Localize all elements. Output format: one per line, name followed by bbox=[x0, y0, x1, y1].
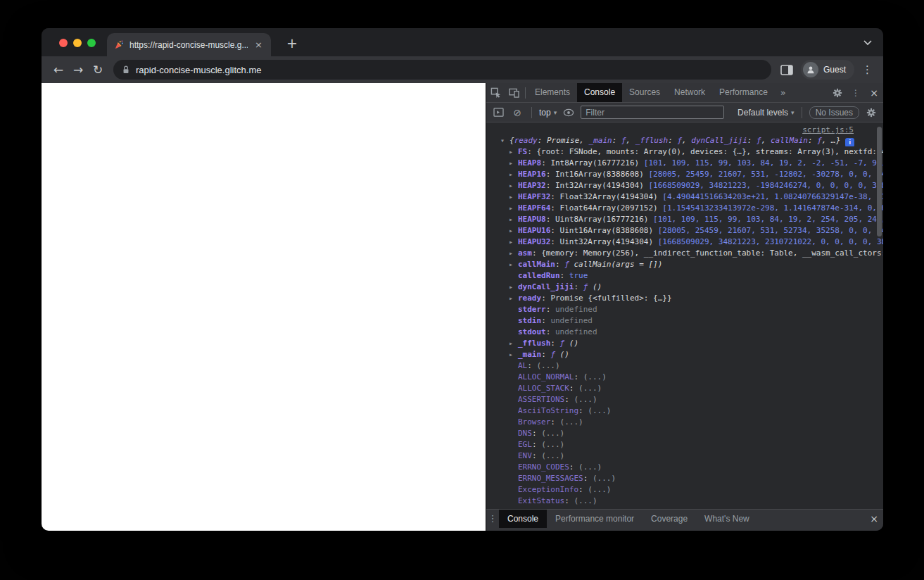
console-settings-icon[interactable] bbox=[864, 106, 878, 120]
expand-caret-icon[interactable]: ▸ bbox=[509, 259, 518, 270]
getter-invoke[interactable]: (...) bbox=[574, 395, 597, 404]
console-scrollbar-thumb[interactable] bbox=[877, 127, 882, 237]
minimize-window-button[interactable] bbox=[73, 39, 82, 47]
getter-invoke[interactable]: (...) bbox=[578, 462, 602, 472]
expand-caret-icon[interactable]: ▸ bbox=[509, 282, 518, 293]
getter-invoke[interactable]: (...) bbox=[541, 451, 564, 460]
property-name: calledRun bbox=[518, 271, 560, 280]
getter-invoke[interactable]: (...) bbox=[560, 417, 583, 427]
tab-search-icon[interactable] bbox=[863, 40, 872, 46]
devtools-tab-performance[interactable]: Performance bbox=[712, 83, 775, 102]
forward-button[interactable]: → bbox=[68, 60, 88, 80]
tab-close-icon[interactable]: × bbox=[253, 39, 264, 50]
expand-caret-icon[interactable]: ▸ bbox=[509, 237, 518, 248]
log-levels-selector[interactable]: Default levels ▾ bbox=[738, 108, 795, 118]
expand-caret-icon[interactable]: ▸ bbox=[509, 214, 518, 225]
property-separator: : bbox=[578, 485, 588, 494]
getter-invoke[interactable]: (...) bbox=[593, 474, 616, 483]
console-sidebar-icon[interactable] bbox=[491, 106, 505, 120]
expand-caret-icon[interactable]: ▾ bbox=[500, 135, 510, 146]
chevron-down-icon: ▾ bbox=[554, 109, 557, 116]
devtools-tab-elements[interactable]: Elements bbox=[528, 83, 577, 102]
devtools-tab-sources[interactable]: Sources bbox=[622, 83, 667, 102]
new-tab-button[interactable]: + bbox=[282, 34, 302, 52]
getter-invoke[interactable]: (...) bbox=[583, 372, 607, 382]
devtools-menu-icon[interactable]: ⋮ bbox=[847, 83, 865, 102]
value-segment: Float64Array(2097152) bbox=[560, 203, 663, 213]
console-row: DNS: (...) bbox=[486, 428, 883, 439]
console-row: ALLOC_STACK: (...) bbox=[486, 383, 883, 394]
expand-caret-icon[interactable]: ▸ bbox=[509, 146, 518, 158]
property-name: ExceptionInfo bbox=[518, 485, 578, 494]
devtools-tab-network[interactable]: Network bbox=[667, 83, 712, 102]
property-name: EGL bbox=[518, 440, 532, 449]
property-separator: : bbox=[578, 406, 588, 415]
property-separator: : bbox=[546, 305, 555, 314]
property-name: ASSERTIONS bbox=[518, 395, 564, 404]
window-controls bbox=[59, 39, 96, 47]
expand-caret-icon[interactable]: ▸ bbox=[509, 191, 518, 203]
getter-invoke[interactable]: (...) bbox=[607, 508, 630, 509]
value-segment: : Promise, bbox=[538, 136, 589, 145]
value-segment: : bbox=[747, 136, 757, 145]
property-separator: : bbox=[550, 226, 559, 235]
getter-invoke[interactable]: (...) bbox=[578, 384, 602, 393]
browser-menu-icon[interactable]: ⋮ bbox=[859, 63, 876, 76]
expand-caret-icon[interactable]: ▸ bbox=[509, 248, 518, 259]
profile-button[interactable]: Guest bbox=[801, 60, 854, 80]
live-expression-eye-icon[interactable] bbox=[562, 106, 576, 120]
getter-invoke[interactable]: (...) bbox=[588, 485, 611, 494]
issues-counter[interactable]: No Issues bbox=[809, 106, 859, 119]
expand-caret-icon[interactable]: ▸ bbox=[509, 169, 518, 180]
devtools-tab-console[interactable]: Console bbox=[577, 83, 622, 102]
avatar bbox=[803, 62, 818, 77]
zoom-window-button[interactable] bbox=[87, 39, 96, 47]
context-selector[interactable]: top ▾ bbox=[539, 108, 557, 118]
drawer-tab-what-s-new[interactable]: What's New bbox=[696, 510, 758, 528]
expand-caret-icon[interactable]: ▸ bbox=[509, 349, 518, 360]
getter-invoke[interactable]: (...) bbox=[541, 440, 564, 449]
getter-invoke[interactable]: (...) bbox=[574, 496, 597, 505]
drawer-close-icon[interactable]: × bbox=[865, 510, 883, 528]
drawer-menu-icon[interactable]: ⋮ bbox=[486, 510, 499, 528]
property-separator: : bbox=[541, 158, 550, 168]
value-segment: : bbox=[808, 136, 817, 145]
context-label: top bbox=[539, 108, 551, 118]
drawer-tab-coverage[interactable]: Coverage bbox=[643, 510, 696, 528]
value-segment: [1668509029, 34821223, -1984246274, 0, 0… bbox=[648, 181, 883, 190]
devtools-settings-icon[interactable] bbox=[828, 83, 847, 102]
expand-caret-icon[interactable]: ▸ bbox=[509, 180, 518, 191]
property-name: ENV bbox=[518, 451, 532, 460]
console-filter-input[interactable] bbox=[581, 106, 724, 119]
address-bar[interactable]: rapid-concise-muscle.glitch.me bbox=[113, 60, 771, 80]
value-segment: Int8Array(16777216) bbox=[550, 158, 643, 168]
expand-caret-icon[interactable]: ▸ bbox=[509, 158, 518, 169]
value-segment: Float32Array(4194304) bbox=[560, 192, 663, 201]
divider bbox=[802, 107, 802, 118]
close-window-button[interactable] bbox=[59, 39, 68, 47]
console-row: ExitStatus: (...) bbox=[486, 496, 883, 507]
getter-invoke[interactable]: (...) bbox=[537, 361, 560, 370]
side-panel-icon[interactable] bbox=[777, 60, 797, 80]
back-button[interactable]: ← bbox=[49, 60, 68, 80]
reload-button[interactable]: ↻ bbox=[88, 60, 108, 80]
expand-caret-icon[interactable]: ▸ bbox=[509, 203, 518, 214]
drawer-tab-performance-monitor[interactable]: Performance monitor bbox=[547, 510, 643, 528]
expand-caret-icon[interactable]: ▸ bbox=[509, 293, 518, 304]
browser-tab[interactable]: https://rapid-concise-muscle.g... × bbox=[107, 33, 271, 56]
inspect-element-icon[interactable] bbox=[486, 83, 505, 102]
console-rows: ▾{ready: Promise, _main: ƒ, _fflush: ƒ, … bbox=[486, 135, 883, 509]
getter-invoke[interactable]: (...) bbox=[588, 406, 611, 415]
expand-caret-icon[interactable]: ▸ bbox=[509, 338, 518, 349]
source-link[interactable]: script.js:5 bbox=[802, 125, 854, 134]
property-separator: : bbox=[541, 316, 550, 325]
expand-caret-icon[interactable]: ▸ bbox=[509, 225, 518, 237]
devtools-close-icon[interactable]: × bbox=[865, 83, 883, 102]
more-tabs-icon[interactable]: » bbox=[775, 87, 792, 98]
getter-invoke[interactable]: (...) bbox=[541, 429, 564, 438]
info-badge-icon[interactable]: i bbox=[845, 138, 854, 146]
device-toolbar-icon[interactable] bbox=[505, 83, 523, 102]
drawer-tab-console[interactable]: Console bbox=[499, 510, 547, 528]
clear-console-icon[interactable]: ⊘ bbox=[510, 106, 524, 120]
devtools-tabs: ElementsConsoleSourcesNetworkPerformance bbox=[528, 83, 775, 102]
